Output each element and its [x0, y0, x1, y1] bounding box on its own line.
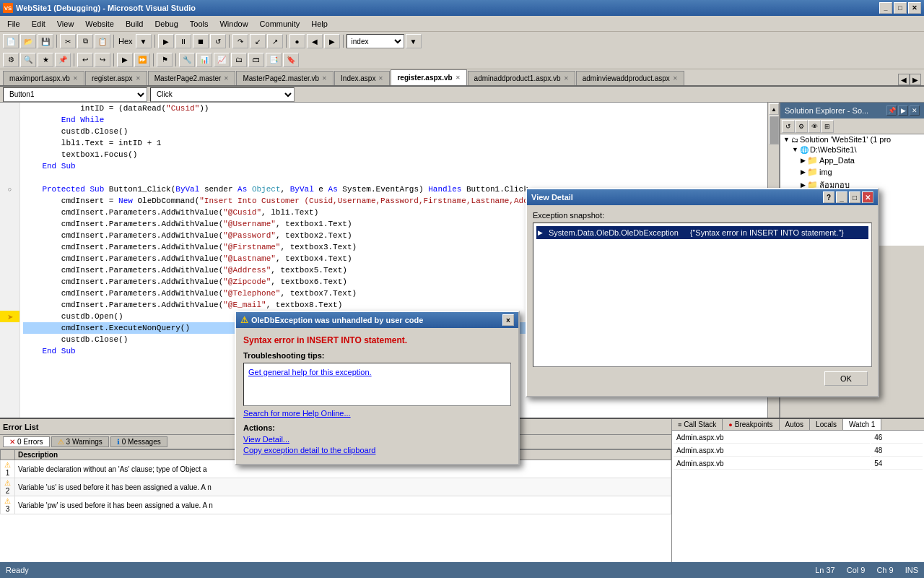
tab-masterpage[interactable]: MasterPage2.master ✕ [148, 71, 236, 85]
tb-step-over[interactable]: ↷ [232, 34, 248, 48]
tb2-1[interactable]: ⚙ [3, 53, 19, 67]
tb2-4[interactable]: 📌 [55, 53, 71, 67]
tab-close-adminadd[interactable]: ✕ [564, 75, 569, 82]
tb-bp[interactable]: ● [289, 34, 305, 48]
tb-step-out[interactable]: ↗ [267, 34, 283, 48]
se-pin[interactable]: 📌 [886, 105, 897, 116]
vd-close-btn[interactable]: ✕ [862, 191, 873, 203]
tb-search[interactable]: ▼ [406, 34, 422, 48]
tb-hex[interactable]: ▼ [136, 34, 152, 48]
tb-paste[interactable]: 📋 [95, 34, 110, 48]
tb-copy[interactable]: ⧉ [77, 34, 93, 48]
tb2-7[interactable]: ⚑ [157, 53, 173, 67]
vd-minimize-btn[interactable]: _ [836, 191, 847, 203]
tab-close-adminview[interactable]: ✕ [673, 75, 678, 82]
se-view[interactable]: 👁 [808, 120, 821, 133]
tb2-9[interactable]: 📊 [196, 53, 212, 67]
tb2-8[interactable]: 🔧 [179, 53, 195, 67]
tb2-14[interactable]: 🔖 [283, 53, 299, 67]
se-appdata[interactable]: ▶ 📁 App_Data [780, 155, 924, 166]
tab-adminview[interactable]: adminviewaddproduct.aspx ✕ [576, 71, 684, 85]
tab-close-maximport[interactable]: ✕ [73, 75, 78, 82]
tab-callstack[interactable]: ≡ Call Stack [672, 419, 723, 430]
scroll-up-btn[interactable]: ▲ [769, 103, 779, 115]
menu-website[interactable]: Website [79, 18, 120, 30]
tb-new[interactable]: 📄 [3, 34, 19, 48]
tb2-11[interactable]: 🗂 [231, 53, 247, 67]
tb-nav-fwd[interactable]: ▶ [324, 34, 340, 48]
menu-help[interactable]: Help [305, 18, 334, 30]
tab-close-index[interactable]: ✕ [378, 75, 383, 82]
menu-file[interactable]: File [1, 18, 26, 30]
exception-close-btn[interactable]: × [502, 314, 514, 326]
menu-view[interactable]: View [51, 18, 80, 30]
tab-errors[interactable]: ✕ 0 Errors [3, 436, 50, 447]
menu-debug[interactable]: Debug [149, 18, 183, 30]
menu-edit[interactable]: Edit [26, 18, 51, 30]
scrollbar-thumb[interactable] [769, 116, 779, 144]
tb-stop[interactable]: ⏹ [193, 34, 209, 48]
vd-help-btn[interactable]: ? [823, 191, 834, 203]
se-solution[interactable]: ▼ 🗂 Solution 'WebSite1' (1 pro [780, 134, 924, 144]
search-help-link[interactable]: Search for more Help Online... [243, 409, 351, 418]
se-root[interactable]: ▼ 🌐 D:\WebSite1\ [780, 144, 924, 155]
exception-tree: ▶ System.Data.OleDb.OleDbException {"Syn… [533, 223, 872, 367]
tab-register[interactable]: register.aspx ✕ [85, 71, 147, 85]
tb-save[interactable]: 💾 [38, 34, 53, 48]
menu-build[interactable]: Build [120, 18, 149, 30]
tab-breakpoints[interactable]: ● Breakpoints [723, 419, 779, 430]
se-arrow[interactable]: ▶ [898, 105, 908, 116]
copy-exception-link[interactable]: Copy exception detail to the clipboard [243, 446, 511, 454]
tb2-2[interactable]: 🔍 [20, 53, 36, 67]
tb-cut[interactable]: ✂ [60, 34, 76, 48]
tb2-12[interactable]: 🗃 [248, 53, 264, 67]
tab-autos[interactable]: Autos [780, 419, 811, 430]
tab-messages[interactable]: ℹ 0 Messages [110, 436, 167, 447]
tab-scroll-right[interactable]: ▶ [910, 74, 921, 85]
tb2-5[interactable]: ▶ [117, 53, 133, 67]
tb2-3[interactable]: ★ [38, 53, 53, 67]
close-btn[interactable]: ✕ [908, 2, 921, 14]
tb-restart[interactable]: ↺ [210, 34, 226, 48]
tab-adminadd[interactable]: adminaddproduct1.aspx.vb ✕ [468, 71, 575, 85]
tab-scroll-left[interactable]: ◀ [898, 74, 910, 85]
method-selector[interactable]: Click [150, 87, 295, 102]
tb-step-into[interactable]: ↙ [250, 34, 266, 48]
vd-max-btn[interactable]: □ [849, 191, 860, 203]
tb2-undo[interactable]: ↩ [77, 53, 93, 67]
tab-watch1[interactable]: Watch 1 [843, 419, 881, 430]
tab-close-register-vb[interactable]: ✕ [456, 74, 461, 81]
se-img[interactable]: ▶ 📁 img [780, 166, 924, 178]
tb-pause[interactable]: ⏸ [175, 34, 191, 48]
tb2-6[interactable]: ⏩ [134, 53, 150, 67]
tab-index[interactable]: Index.aspx ✕ [334, 71, 390, 85]
tb2-redo[interactable]: ↪ [95, 53, 110, 67]
se-close[interactable]: ✕ [910, 105, 920, 116]
tb2-10[interactable]: 📈 [214, 53, 230, 67]
tab-masterpageVb[interactable]: MasterPage2.master.vb ✕ [236, 71, 334, 85]
se-filter[interactable]: ⊞ [821, 120, 834, 133]
tab-register-vb[interactable]: register.aspx.vb ✕ [391, 69, 466, 85]
tab-close-register[interactable]: ✕ [136, 75, 141, 82]
ok-button[interactable]: OK [824, 371, 868, 386]
tab-close-masterpageVb[interactable]: ✕ [322, 75, 327, 82]
tb-nav-back[interactable]: ◀ [307, 34, 323, 48]
tab-locals[interactable]: Locals [810, 419, 843, 430]
menu-tools[interactable]: Tools [184, 18, 214, 30]
minimize-btn[interactable]: _ [879, 2, 892, 14]
tb-run[interactable]: ▶ [158, 34, 174, 48]
menu-community[interactable]: Community [254, 18, 306, 30]
maximize-btn[interactable]: □ [894, 2, 907, 14]
general-help-link[interactable]: Get general help for this exception. [248, 368, 372, 376]
se-refresh[interactable]: ↺ [782, 120, 795, 133]
tab-close-masterpage[interactable]: ✕ [224, 75, 229, 82]
menu-window[interactable]: Window [214, 18, 253, 30]
tb-open[interactable]: 📂 [20, 34, 36, 48]
tab-warnings[interactable]: ⚠ 3 Warnings [51, 436, 109, 447]
view-detail-link[interactable]: View Detail... [243, 435, 511, 444]
tb2-13[interactable]: 📑 [266, 53, 282, 67]
class-selector[interactable]: Button1 [3, 87, 147, 102]
index-dropdown[interactable]: index [346, 34, 404, 48]
se-properties[interactable]: ⚙ [795, 120, 808, 133]
tab-maximport[interactable]: maximport.aspx.vb ✕ [3, 71, 84, 85]
